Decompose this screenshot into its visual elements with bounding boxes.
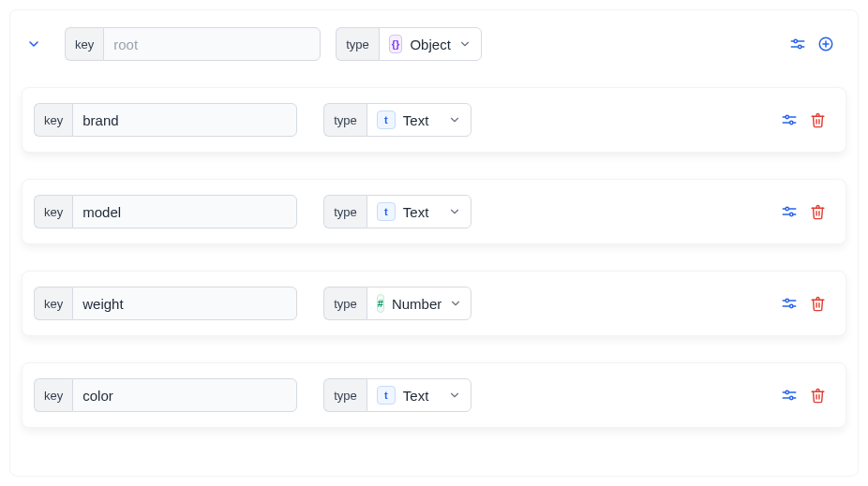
- svg-point-20: [786, 299, 788, 302]
- child-type-select[interactable]: t Text: [367, 103, 471, 137]
- child-type-label: Text: [403, 388, 441, 404]
- child-row: key type t Text: [22, 87, 846, 153]
- svg-point-22: [790, 304, 793, 307]
- child-row: key type t Text: [22, 362, 846, 428]
- settings-icon[interactable]: [780, 110, 799, 129]
- child-key-group: key: [34, 103, 297, 137]
- chevron-down-icon: [458, 37, 471, 51]
- key-prefix-label: key: [65, 27, 103, 61]
- type-prefix-label: type: [323, 378, 367, 412]
- key-prefix-label: key: [34, 195, 72, 228]
- settings-icon[interactable]: [788, 35, 807, 53]
- child-actions: [780, 202, 834, 221]
- chevron-down-icon: [448, 113, 461, 126]
- root-key-group: key: [65, 27, 321, 61]
- child-type-select[interactable]: t Text: [367, 378, 471, 412]
- schema-panel: key type {} Object: [9, 9, 859, 477]
- type-prefix-label: type: [323, 195, 367, 228]
- child-type-label: Text: [403, 112, 441, 128]
- root-actions: [788, 35, 843, 53]
- child-key-input[interactable]: [72, 287, 297, 320]
- settings-icon[interactable]: [780, 294, 799, 313]
- type-prefix-label: type: [323, 103, 367, 137]
- child-key-input[interactable]: [72, 103, 297, 137]
- child-type-group: type t Text: [323, 103, 471, 137]
- svg-point-1: [794, 39, 797, 42]
- settings-icon[interactable]: [780, 202, 799, 221]
- chevron-down-icon: [449, 297, 462, 310]
- svg-point-8: [786, 115, 788, 118]
- child-key-group: key: [34, 378, 297, 412]
- child-type-group: type t Text: [323, 378, 471, 412]
- type-prefix-label: type: [336, 27, 379, 61]
- child-type-select[interactable]: t Text: [367, 195, 471, 228]
- svg-point-16: [790, 213, 793, 215]
- root-type-label: Object: [410, 37, 450, 52]
- text-type-icon: t: [377, 386, 396, 405]
- root-type-group: type {} Object: [336, 27, 482, 61]
- delete-icon[interactable]: [808, 110, 827, 129]
- number-type-icon: #: [377, 294, 384, 313]
- delete-icon[interactable]: [808, 386, 827, 405]
- child-actions: [780, 110, 834, 129]
- child-type-group: type # Number: [323, 287, 471, 320]
- key-prefix-label: key: [34, 287, 72, 320]
- child-row: key type t Text: [22, 179, 846, 244]
- object-type-icon: {}: [389, 35, 403, 53]
- children-list: key type t Text: [22, 87, 846, 428]
- chevron-down-icon: [448, 389, 461, 402]
- svg-point-14: [786, 207, 788, 210]
- root-type-select[interactable]: {} Object: [379, 27, 482, 61]
- child-key-input[interactable]: [72, 378, 297, 412]
- chevron-down-icon[interactable]: [25, 36, 42, 52]
- root-row: key type {} Object: [22, 27, 846, 61]
- svg-point-10: [790, 121, 793, 124]
- child-actions: [780, 294, 834, 313]
- text-type-icon: t: [377, 110, 396, 129]
- root-key-input[interactable]: [103, 27, 321, 61]
- delete-icon[interactable]: [808, 202, 827, 221]
- svg-point-3: [799, 45, 801, 48]
- child-key-group: key: [34, 195, 297, 228]
- child-row: key type # Number: [22, 271, 846, 336]
- svg-point-28: [790, 396, 793, 399]
- chevron-down-icon: [448, 205, 461, 218]
- child-key-input[interactable]: [72, 195, 297, 228]
- child-type-select[interactable]: # Number: [367, 287, 471, 320]
- delete-icon[interactable]: [808, 294, 827, 313]
- key-prefix-label: key: [34, 378, 72, 412]
- child-type-group: type t Text: [323, 195, 471, 228]
- child-type-label: Number: [392, 296, 441, 312]
- child-type-label: Text: [403, 204, 441, 220]
- key-prefix-label: key: [34, 103, 72, 137]
- type-prefix-label: type: [323, 287, 367, 320]
- add-icon[interactable]: [816, 35, 835, 53]
- svg-point-26: [786, 390, 788, 393]
- child-actions: [780, 386, 834, 405]
- settings-icon[interactable]: [780, 386, 799, 405]
- text-type-icon: t: [377, 202, 396, 221]
- child-key-group: key: [34, 287, 297, 320]
